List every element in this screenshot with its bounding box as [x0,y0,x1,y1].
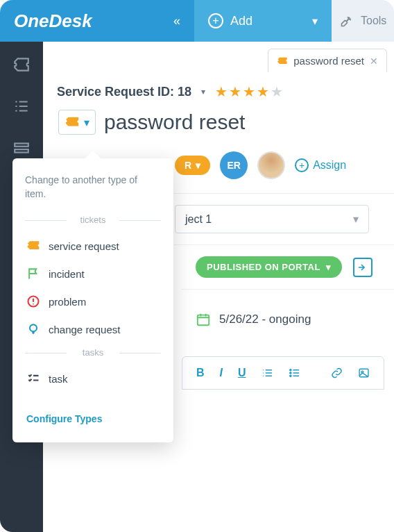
flag-icon [26,267,40,281]
tab-title: password reset [293,55,364,67]
image-icon[interactable] [358,367,370,379]
configure-types-link[interactable]: Configure Types [12,392,173,435]
type-option-incident[interactable]: incident [12,260,173,288]
option-label: service request [49,240,119,252]
add-button[interactable]: + Add ▾ [194,0,332,42]
wrench-icon [340,14,354,28]
svg-point-9 [30,325,37,332]
option-label: change request [49,324,120,335]
item-header: Service Request ID: 18 ▾ ★ ★ ★ ★ ★ [43,72,394,104]
plus-icon: + [208,13,223,28]
portal-status-pill[interactable]: PUBLISHED ON PORTAL ▾ [196,256,342,278]
option-label: incident [49,268,85,280]
collapse-sidebar-button[interactable]: « [173,14,180,28]
avatar[interactable] [257,151,285,179]
avatar[interactable]: ER [220,151,248,179]
add-button-label: Add [230,14,252,28]
svg-point-3 [289,369,291,371]
svg-point-5 [289,375,291,376]
item-type-dropdown: Change to another type of item. tickets … [12,158,173,442]
underline-button[interactable]: U [238,367,246,379]
export-button[interactable] [353,258,372,277]
app-logo: OneDesk [14,10,92,32]
type-option-service-request[interactable]: service request [12,232,173,260]
star-icon: ★ [243,83,255,100]
assign-label: Assign [313,159,346,172]
dropdown-section-tickets: tickets [25,215,161,225]
ticket-icon [65,115,80,130]
dropdown-section-tasks: tasks [25,347,161,358]
bulb-icon [26,322,40,336]
dropdown-description: Change to another type of item. [12,171,173,210]
ticket-nav-icon[interactable] [12,56,31,74]
plus-icon: + [295,158,309,172]
svg-point-4 [289,372,291,374]
service-request-id: Service Request ID: 18 [57,85,191,99]
chevron-down-icon[interactable]: ▾ [201,87,205,97]
avatar-initials: ER [227,160,240,171]
checklist-icon [26,372,40,385]
logo-area: OneDesk « [0,0,194,42]
chevron-down-icon: ▾ [196,160,200,171]
portal-status-label: PUBLISHED ON PORTAL [207,262,320,272]
tabs-row: password reset ✕ [43,42,394,72]
type-option-change-request[interactable]: change request [12,315,173,343]
italic-button[interactable]: I [220,367,223,379]
svg-rect-2 [198,315,209,326]
item-title[interactable]: password reset [104,110,245,134]
svg-rect-0 [15,144,28,147]
tools-label: Tools [361,15,386,27]
alert-icon [26,294,40,308]
projects-nav-icon[interactable] [12,139,31,157]
top-bar: OneDesk « + Add ▾ Tools [0,0,394,42]
bold-button[interactable]: B [196,367,205,379]
title-row: ▾ password reset [43,104,394,146]
requester-pill[interactable]: R ▾ [175,156,210,175]
star-icon: ★ [229,83,241,100]
chevron-down-icon: ▾ [353,213,359,226]
star-icon: ★ [215,83,228,100]
item-type-selector[interactable]: ▾ [58,110,96,135]
date-row: 5/26/22 - ongoing [182,289,394,349]
type-option-problem[interactable]: problem [12,288,173,315]
tasks-nav-icon[interactable] [12,97,31,115]
chevron-down-icon: ▾ [84,116,89,129]
list-ordered-icon[interactable] [262,367,273,379]
list-bullet-icon[interactable] [289,367,300,379]
star-icon: ★ [271,83,283,100]
chevron-down-icon: ▾ [312,15,318,28]
project-select[interactable]: ject 1 ▾ [175,205,369,233]
calendar-icon [196,312,211,327]
assign-button[interactable]: + Assign [295,158,346,172]
close-icon[interactable]: ✕ [370,56,378,67]
editor-toolbar: B I U [182,356,384,390]
export-icon [357,262,368,273]
item-tab[interactable]: password reset ✕ [268,49,387,72]
ticket-icon [26,239,40,253]
project-name: ject 1 [185,213,212,226]
chevron-down-icon: ▾ [326,262,332,272]
ticket-icon [277,56,288,67]
star-icon: ★ [257,83,269,100]
svg-rect-1 [15,149,28,152]
tools-button[interactable]: Tools [332,0,394,42]
date-range[interactable]: 5/26/22 - ongoing [219,313,311,326]
requester-label: R [185,160,191,171]
type-option-task[interactable]: task [12,365,173,392]
link-icon[interactable] [331,367,343,379]
option-label: problem [49,296,86,308]
option-label: task [49,373,68,385]
rating-stars[interactable]: ★ ★ ★ ★ ★ [215,83,283,100]
